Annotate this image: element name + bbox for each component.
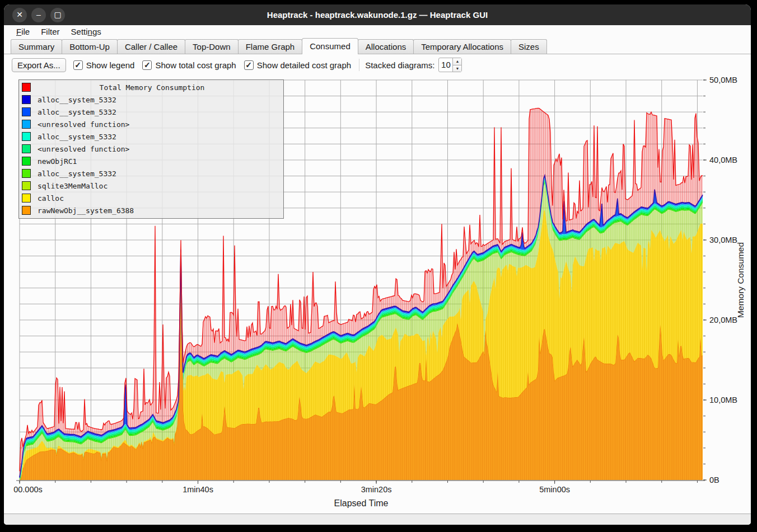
show-legend-checkbox[interactable]: ✓	[73, 60, 83, 70]
show-detailed-cost-checkbox[interactable]: ✓	[244, 60, 254, 70]
legend-label: rawNewObj__system_6388	[38, 206, 134, 215]
legend-item: calloc	[19, 192, 283, 204]
svg-text:20,0MB: 20,0MB	[709, 316, 737, 324]
svg-text:00.000s: 00.000s	[13, 485, 43, 494]
toolbar-separator	[359, 59, 359, 71]
show-total-cost-checkbox[interactable]: ✓	[142, 60, 152, 70]
tab-caller-callee[interactable]: Caller / Callee	[117, 39, 185, 54]
legend-item: newObjRC1	[19, 155, 283, 167]
show-detailed-cost-option[interactable]: ✓ Show detailed cost graph	[244, 60, 351, 70]
chart-legend: Total Memory Consumptionalloc__system_53…	[18, 79, 284, 219]
legend-item: <unresolved function>	[19, 143, 283, 155]
tab-summary[interactable]: Summary	[11, 39, 62, 54]
export-as-button[interactable]: Export As...	[12, 58, 66, 72]
tab-sizes[interactable]: Sizes	[511, 39, 547, 54]
menubar: File Filter Settings	[4, 25, 751, 38]
svg-text:Memory Consumed: Memory Consumed	[736, 242, 745, 318]
menu-file[interactable]: File	[11, 25, 35, 38]
svg-text:30,0MB: 30,0MB	[709, 236, 737, 244]
legend-item: alloc__system_5332	[19, 167, 283, 180]
legend-item: rawNewObj__system_6388	[19, 204, 283, 216]
window-title: Heaptrack - heaptrack.wakunode.1.gz — He…	[4, 4, 751, 25]
legend-item: <unresolved function>	[19, 118, 283, 130]
tab-bottom-up[interactable]: Bottom-Up	[62, 39, 118, 54]
tab-consumed[interactable]: Consumed	[302, 38, 358, 54]
tab-allocations[interactable]: Allocations	[358, 39, 414, 54]
legend-item: sqlite3MemMalloc	[19, 180, 283, 192]
legend-swatch	[22, 169, 31, 178]
legend-label: alloc__system_5332	[38, 170, 116, 178]
svg-text:1min40s: 1min40s	[183, 485, 213, 494]
titlebar: ✕ – ▢ Heaptrack - heaptrack.wakunode.1.g…	[4, 4, 751, 25]
legend-item: alloc__system_5332	[19, 93, 283, 106]
tab-top-down[interactable]: Top-Down	[185, 39, 239, 54]
legend-label: sqlite3MemMalloc	[38, 182, 108, 190]
legend-swatch	[22, 95, 31, 104]
legend-swatch	[22, 107, 31, 116]
legend-label: <unresolved function>	[38, 120, 129, 129]
legend-swatch	[22, 83, 31, 92]
svg-text:3min20s: 3min20s	[361, 485, 392, 494]
menu-filter[interactable]: Filter	[35, 25, 65, 38]
show-total-cost-option[interactable]: ✓ Show total cost graph	[142, 60, 236, 70]
legend-swatch	[22, 157, 31, 166]
show-legend-label: Show legend	[86, 60, 135, 70]
legend-swatch	[22, 206, 31, 215]
show-legend-option[interactable]: ✓ Show legend	[73, 60, 135, 70]
show-total-cost-label: Show total cost graph	[155, 60, 236, 70]
legend-swatch	[22, 144, 31, 153]
stacked-diagrams-label: Stacked diagrams:	[365, 60, 434, 70]
svg-text:Elapsed Time: Elapsed Time	[334, 498, 389, 508]
legend-swatch	[22, 181, 31, 190]
toolbar: Export As... ✓ Show legend ✓ Show total …	[4, 54, 751, 76]
stacked-diagrams-value: 10	[439, 58, 452, 72]
tab-temporary-allocations[interactable]: Temporary Allocations	[413, 39, 511, 54]
legend-label: alloc__system_5332	[38, 133, 116, 141]
svg-text:10,0MB: 10,0MB	[709, 396, 737, 404]
stacked-diagrams-spinbox[interactable]: 10 ▲ ▼	[438, 58, 462, 72]
menu-settings[interactable]: Settings	[66, 25, 107, 38]
svg-text:0B: 0B	[709, 475, 719, 484]
status-bar	[4, 514, 751, 525]
legend-label: calloc	[38, 194, 64, 203]
app-window: ✕ – ▢ Heaptrack - heaptrack.wakunode.1.g…	[4, 4, 751, 525]
legend-swatch	[22, 194, 31, 203]
legend-label: alloc__system_5332	[38, 96, 116, 104]
legend-label: newObjRC1	[38, 157, 77, 166]
legend-label: alloc__system_5332	[38, 108, 116, 116]
spin-down-button[interactable]: ▼	[453, 65, 461, 72]
legend-title-row: Total Memory Consumption	[19, 81, 283, 93]
show-detailed-cost-label: Show detailed cost graph	[257, 60, 351, 70]
spin-up-button[interactable]: ▲	[453, 58, 461, 65]
legend-item: alloc__system_5332	[19, 106, 283, 118]
tab-bar: Summary Bottom-Up Caller / Callee Top-Do…	[4, 38, 751, 54]
svg-text:50,0MB: 50,0MB	[709, 76, 737, 84]
legend-label: <unresolved function>	[38, 145, 129, 153]
legend-swatch	[22, 120, 31, 129]
memory-chart: 00.000s1min40s3min20s5min00s0B10,0MB20,0…	[4, 76, 751, 514]
svg-text:5min00s: 5min00s	[539, 485, 570, 494]
tab-flame-graph[interactable]: Flame Graph	[238, 39, 303, 54]
legend-title: Total Memory Consumption	[38, 83, 283, 92]
svg-text:40,0MB: 40,0MB	[709, 156, 737, 164]
legend-swatch	[22, 132, 31, 141]
legend-item: alloc__system_5332	[19, 130, 283, 143]
